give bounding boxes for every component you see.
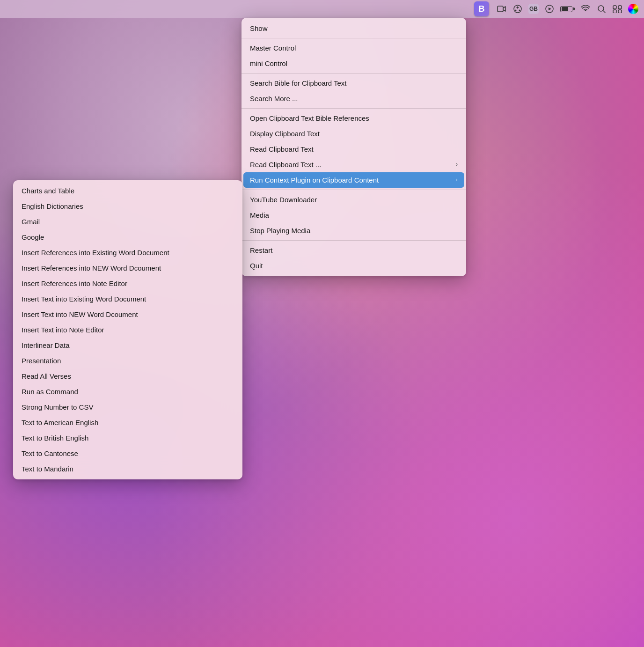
menu-item-search-bible[interactable]: Search Bible for Clipboard Text — [242, 75, 466, 91]
submenu-item-english-dict[interactable]: English Dictionaries — [13, 199, 242, 214]
menu-item-master-control[interactable]: Master Control — [242, 40, 466, 56]
submenu-item-read-all-verses[interactable]: Read All Verses — [13, 368, 242, 384]
menu-item-media[interactable]: Media — [242, 207, 466, 223]
svg-rect-6 — [613, 6, 616, 9]
separator-5 — [242, 240, 466, 241]
user-avatar-icon[interactable] — [628, 4, 638, 14]
usb-icon[interactable] — [512, 4, 523, 14]
submenu-item-gmail[interactable]: Gmail — [13, 214, 242, 229]
submenu-item-insert-ref-new[interactable]: Insert References into NEW Word Dcoument — [13, 260, 242, 276]
menu-item-quit[interactable]: Quit — [242, 258, 466, 273]
submenu-item-insert-text-existing[interactable]: Insert Text into Existing Word Document — [13, 291, 242, 307]
svg-rect-0 — [498, 6, 503, 12]
gb-icon[interactable]: GB — [528, 4, 539, 14]
separator-1 — [242, 38, 466, 38]
control-center-icon[interactable] — [612, 4, 622, 14]
menu-item-search-more[interactable]: Search More ... — [242, 91, 466, 106]
menu-item-read-clipboard[interactable]: Read Clipboard Text — [242, 141, 466, 157]
battery-icon[interactable] — [560, 6, 575, 12]
desktop: B GB — [0, 0, 644, 647]
svg-point-2 — [515, 10, 517, 11]
submenu-item-presentation[interactable]: Presentation — [13, 353, 242, 368]
menubar-icons: B GB — [474, 1, 638, 16]
submenu-item-text-american[interactable]: Text to American English — [13, 415, 242, 430]
menubar: B GB — [0, 0, 644, 18]
svg-rect-9 — [618, 10, 622, 13]
submenu-item-text-british[interactable]: Text to British English — [13, 430, 242, 446]
menu-item-run-context[interactable]: Run Context Plugin on Clipboard Content … — [243, 172, 464, 188]
submenu-item-strong-csv[interactable]: Strong Number to CSV — [13, 399, 242, 415]
menu-item-restart[interactable]: Restart — [242, 243, 466, 258]
submenu-item-text-mandarin[interactable]: Text to Mandarin — [13, 461, 242, 477]
svg-point-3 — [519, 10, 520, 11]
submenu-item-text-cantonese[interactable]: Text to Cantonese — [13, 446, 242, 461]
menu-item-show[interactable]: Show — [242, 21, 466, 36]
main-dropdown-menu: Show Master Control mini Control Search … — [242, 18, 466, 276]
submenu-item-interlinear[interactable]: Interlinear Data — [13, 338, 242, 353]
submenu-item-insert-ref-note[interactable]: Insert References into Note Editor — [13, 276, 242, 291]
search-icon[interactable] — [596, 4, 607, 14]
menu-item-mini-control[interactable]: mini Control — [242, 56, 466, 71]
arrow-icon-highlighted: › — [456, 176, 458, 184]
submenu-item-insert-text-new[interactable]: Insert Text into NEW Word Dcoument — [13, 307, 242, 322]
menu-item-read-clipboard-more[interactable]: Read Clipboard Text ... › — [242, 157, 466, 172]
svg-rect-7 — [618, 6, 622, 9]
menu-item-open-clipboard[interactable]: Open Clipboard Text Bible References — [242, 110, 466, 126]
play-icon[interactable] — [544, 4, 555, 14]
menu-item-youtube[interactable]: YouTube Downloader — [242, 192, 466, 207]
submenu-item-google[interactable]: Google — [13, 229, 242, 245]
separator-2 — [242, 73, 466, 74]
separator-4 — [242, 190, 466, 190]
submenu-item-insert-text-note[interactable]: Insert Text into Note Editor — [13, 322, 242, 338]
context-plugin-submenu: Charts and Table English Dictionaries Gm… — [13, 180, 242, 479]
menu-item-display-clipboard[interactable]: Display Clipboard Text — [242, 126, 466, 141]
video-icon[interactable] — [497, 4, 507, 14]
svg-rect-8 — [613, 10, 616, 13]
submenu-item-run-command[interactable]: Run as Command — [13, 384, 242, 399]
arrow-icon: › — [456, 161, 458, 169]
app-menu-icon[interactable]: B — [474, 1, 489, 16]
svg-point-5 — [598, 6, 604, 11]
submenu-item-insert-ref-existing[interactable]: Insert References into Existing Word Doc… — [13, 245, 242, 260]
wifi-icon[interactable] — [580, 4, 591, 14]
menu-item-stop-media[interactable]: Stop Playing Media — [242, 223, 466, 238]
submenu-item-charts[interactable]: Charts and Table — [13, 183, 242, 199]
separator-3 — [242, 108, 466, 109]
